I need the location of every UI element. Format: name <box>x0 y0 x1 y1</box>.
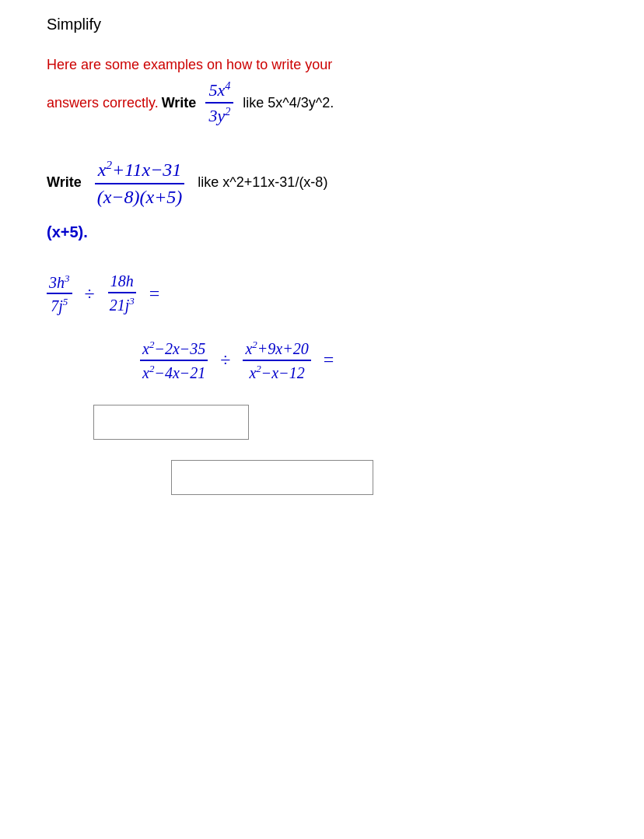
write-bold-label: Write <box>162 95 197 111</box>
problem2-frac1-num: x2−2x−35 <box>140 339 208 361</box>
page-title: Simplify <box>47 16 597 33</box>
problem1-frac1: 3h3 7j5 <box>47 272 72 315</box>
problem2-frac1: x2−2x−35 x2−4x−21 <box>140 339 208 381</box>
answer-input-1[interactable] <box>93 405 249 440</box>
divide-symbol-1: ÷ <box>85 283 95 304</box>
fraction1-numerator: 5x4 <box>205 79 233 104</box>
problem1-frac2: 18h 21j3 <box>107 272 137 314</box>
problem1-frac1-den: 7j5 <box>48 294 70 315</box>
problem2-row: x2−2x−35 x2−4x−21 ÷ x2+9x+20 x2−x−12 = <box>140 339 597 381</box>
like-text-1: like 5x^4/3y^2. <box>243 95 334 111</box>
fraction-display-1: 5x4 3y2 <box>205 79 233 127</box>
problem1-frac2-num: 18h <box>108 272 136 293</box>
intro-line-1: Here are some examples on how to write y… <box>47 57 597 73</box>
write-row-1: Write x2+11x−31 (x−8)(x+5) like x^2+11x-… <box>47 158 597 208</box>
like-text-2: like x^2+11x-31/(x-8) <box>198 174 327 191</box>
fraction1-denominator: 3y2 <box>205 104 233 126</box>
problem2-frac2-den: x2−x−12 <box>247 361 306 382</box>
problem1-frac2-den: 21j3 <box>107 293 137 314</box>
inputs-section <box>47 405 597 507</box>
problem1-row: 3h3 7j5 ÷ 18h 21j3 = <box>47 272 597 315</box>
write-label-2: Write <box>47 174 82 191</box>
expr-numerator: x2+11x−31 <box>95 158 185 184</box>
problem2-frac2: x2+9x+20 x2−x−12 <box>243 339 310 381</box>
equals-symbol-2: = <box>324 349 334 370</box>
problem-section-1: 3h3 7j5 ÷ 18h 21j3 = <box>47 272 597 315</box>
intro-section: Here are some examples on how to write y… <box>47 57 597 127</box>
intro-red-text: answers correctly. <box>47 95 159 111</box>
intro-line-2: answers correctly. Write 5x4 3y2 like 5x… <box>47 79 597 127</box>
expression-fraction-1: x2+11x−31 (x−8)(x+5) <box>94 158 186 208</box>
problem-section-2: x2−2x−35 x2−4x−21 ÷ x2+9x+20 x2−x−12 = <box>140 339 597 381</box>
expr-denominator: (x−8)(x+5) <box>94 184 186 208</box>
problem2-frac1-den: x2−4x−21 <box>140 361 208 382</box>
equals-symbol-1: = <box>149 283 160 304</box>
problem2-frac2-num: x2+9x+20 <box>243 339 310 361</box>
write-section-1: Write x2+11x−31 (x−8)(x+5) like x^2+11x-… <box>47 158 597 241</box>
intro-text-1: Here are some examples on how to write y… <box>47 57 332 72</box>
xplus5-line: (x+5). <box>47 223 597 241</box>
divide-symbol-2: ÷ <box>220 349 230 370</box>
answer-input-2[interactable] <box>171 460 373 495</box>
problem1-frac1-num: 3h3 <box>47 272 72 295</box>
